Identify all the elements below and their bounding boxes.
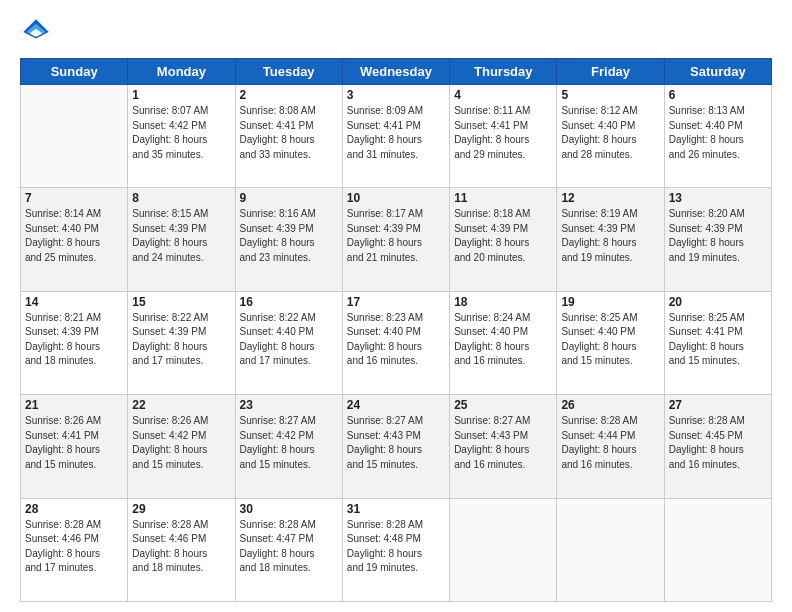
day-details: Sunrise: 8:14 AMSunset: 4:40 PMDaylight:… <box>25 207 123 265</box>
calendar-cell: 29Sunrise: 8:28 AMSunset: 4:46 PMDayligh… <box>128 498 235 601</box>
day-number: 10 <box>347 191 445 205</box>
day-details: Sunrise: 8:26 AMSunset: 4:41 PMDaylight:… <box>25 414 123 472</box>
calendar-cell: 25Sunrise: 8:27 AMSunset: 4:43 PMDayligh… <box>450 395 557 498</box>
day-details: Sunrise: 8:21 AMSunset: 4:39 PMDaylight:… <box>25 311 123 369</box>
column-header-monday: Monday <box>128 59 235 85</box>
day-details: Sunrise: 8:27 AMSunset: 4:43 PMDaylight:… <box>347 414 445 472</box>
calendar-cell: 8Sunrise: 8:15 AMSunset: 4:39 PMDaylight… <box>128 188 235 291</box>
day-details: Sunrise: 8:28 AMSunset: 4:47 PMDaylight:… <box>240 518 338 576</box>
column-header-saturday: Saturday <box>664 59 771 85</box>
calendar-cell: 19Sunrise: 8:25 AMSunset: 4:40 PMDayligh… <box>557 291 664 394</box>
column-header-thursday: Thursday <box>450 59 557 85</box>
calendar-table: SundayMondayTuesdayWednesdayThursdayFrid… <box>20 58 772 602</box>
day-number: 4 <box>454 88 552 102</box>
calendar-cell: 22Sunrise: 8:26 AMSunset: 4:42 PMDayligh… <box>128 395 235 498</box>
day-number: 8 <box>132 191 230 205</box>
day-number: 28 <box>25 502 123 516</box>
day-details: Sunrise: 8:23 AMSunset: 4:40 PMDaylight:… <box>347 311 445 369</box>
calendar-cell: 2Sunrise: 8:08 AMSunset: 4:41 PMDaylight… <box>235 85 342 188</box>
day-details: Sunrise: 8:17 AMSunset: 4:39 PMDaylight:… <box>347 207 445 265</box>
day-details: Sunrise: 8:27 AMSunset: 4:43 PMDaylight:… <box>454 414 552 472</box>
day-number: 13 <box>669 191 767 205</box>
calendar-cell: 14Sunrise: 8:21 AMSunset: 4:39 PMDayligh… <box>21 291 128 394</box>
day-number: 9 <box>240 191 338 205</box>
calendar-cell: 13Sunrise: 8:20 AMSunset: 4:39 PMDayligh… <box>664 188 771 291</box>
day-number: 26 <box>561 398 659 412</box>
calendar-cell: 18Sunrise: 8:24 AMSunset: 4:40 PMDayligh… <box>450 291 557 394</box>
day-details: Sunrise: 8:22 AMSunset: 4:39 PMDaylight:… <box>132 311 230 369</box>
calendar-cell: 15Sunrise: 8:22 AMSunset: 4:39 PMDayligh… <box>128 291 235 394</box>
calendar-cell: 24Sunrise: 8:27 AMSunset: 4:43 PMDayligh… <box>342 395 449 498</box>
day-number: 7 <box>25 191 123 205</box>
day-details: Sunrise: 8:27 AMSunset: 4:42 PMDaylight:… <box>240 414 338 472</box>
calendar-cell: 16Sunrise: 8:22 AMSunset: 4:40 PMDayligh… <box>235 291 342 394</box>
page: SundayMondayTuesdayWednesdayThursdayFrid… <box>0 0 792 612</box>
calendar-cell: 17Sunrise: 8:23 AMSunset: 4:40 PMDayligh… <box>342 291 449 394</box>
day-details: Sunrise: 8:28 AMSunset: 4:44 PMDaylight:… <box>561 414 659 472</box>
day-details: Sunrise: 8:16 AMSunset: 4:39 PMDaylight:… <box>240 207 338 265</box>
day-details: Sunrise: 8:15 AMSunset: 4:39 PMDaylight:… <box>132 207 230 265</box>
day-number: 15 <box>132 295 230 309</box>
day-number: 3 <box>347 88 445 102</box>
day-number: 16 <box>240 295 338 309</box>
calendar-week-row: 14Sunrise: 8:21 AMSunset: 4:39 PMDayligh… <box>21 291 772 394</box>
day-number: 25 <box>454 398 552 412</box>
day-details: Sunrise: 8:13 AMSunset: 4:40 PMDaylight:… <box>669 104 767 162</box>
calendar-cell: 4Sunrise: 8:11 AMSunset: 4:41 PMDaylight… <box>450 85 557 188</box>
calendar-cell: 1Sunrise: 8:07 AMSunset: 4:42 PMDaylight… <box>128 85 235 188</box>
calendar-cell: 20Sunrise: 8:25 AMSunset: 4:41 PMDayligh… <box>664 291 771 394</box>
calendar-week-row: 21Sunrise: 8:26 AMSunset: 4:41 PMDayligh… <box>21 395 772 498</box>
calendar-cell: 9Sunrise: 8:16 AMSunset: 4:39 PMDaylight… <box>235 188 342 291</box>
day-number: 21 <box>25 398 123 412</box>
day-details: Sunrise: 8:11 AMSunset: 4:41 PMDaylight:… <box>454 104 552 162</box>
day-number: 11 <box>454 191 552 205</box>
day-details: Sunrise: 8:28 AMSunset: 4:48 PMDaylight:… <box>347 518 445 576</box>
day-details: Sunrise: 8:28 AMSunset: 4:46 PMDaylight:… <box>132 518 230 576</box>
calendar-header-row: SundayMondayTuesdayWednesdayThursdayFrid… <box>21 59 772 85</box>
day-details: Sunrise: 8:08 AMSunset: 4:41 PMDaylight:… <box>240 104 338 162</box>
day-details: Sunrise: 8:12 AMSunset: 4:40 PMDaylight:… <box>561 104 659 162</box>
calendar-cell: 7Sunrise: 8:14 AMSunset: 4:40 PMDaylight… <box>21 188 128 291</box>
day-details: Sunrise: 8:22 AMSunset: 4:40 PMDaylight:… <box>240 311 338 369</box>
day-number: 2 <box>240 88 338 102</box>
day-number: 20 <box>669 295 767 309</box>
day-number: 12 <box>561 191 659 205</box>
day-details: Sunrise: 8:07 AMSunset: 4:42 PMDaylight:… <box>132 104 230 162</box>
day-number: 27 <box>669 398 767 412</box>
calendar-cell: 6Sunrise: 8:13 AMSunset: 4:40 PMDaylight… <box>664 85 771 188</box>
day-number: 5 <box>561 88 659 102</box>
calendar-cell: 27Sunrise: 8:28 AMSunset: 4:45 PMDayligh… <box>664 395 771 498</box>
calendar-cell: 31Sunrise: 8:28 AMSunset: 4:48 PMDayligh… <box>342 498 449 601</box>
calendar-week-row: 1Sunrise: 8:07 AMSunset: 4:42 PMDaylight… <box>21 85 772 188</box>
calendar-cell: 5Sunrise: 8:12 AMSunset: 4:40 PMDaylight… <box>557 85 664 188</box>
day-details: Sunrise: 8:28 AMSunset: 4:45 PMDaylight:… <box>669 414 767 472</box>
day-number: 18 <box>454 295 552 309</box>
day-details: Sunrise: 8:24 AMSunset: 4:40 PMDaylight:… <box>454 311 552 369</box>
day-number: 14 <box>25 295 123 309</box>
day-number: 6 <box>669 88 767 102</box>
column-header-tuesday: Tuesday <box>235 59 342 85</box>
day-details: Sunrise: 8:18 AMSunset: 4:39 PMDaylight:… <box>454 207 552 265</box>
calendar-cell: 21Sunrise: 8:26 AMSunset: 4:41 PMDayligh… <box>21 395 128 498</box>
header <box>20 16 772 48</box>
day-details: Sunrise: 8:19 AMSunset: 4:39 PMDaylight:… <box>561 207 659 265</box>
calendar-cell: 3Sunrise: 8:09 AMSunset: 4:41 PMDaylight… <box>342 85 449 188</box>
calendar-cell <box>21 85 128 188</box>
day-number: 31 <box>347 502 445 516</box>
column-header-sunday: Sunday <box>21 59 128 85</box>
column-header-wednesday: Wednesday <box>342 59 449 85</box>
day-number: 23 <box>240 398 338 412</box>
day-details: Sunrise: 8:26 AMSunset: 4:42 PMDaylight:… <box>132 414 230 472</box>
day-details: Sunrise: 8:28 AMSunset: 4:46 PMDaylight:… <box>25 518 123 576</box>
day-number: 1 <box>132 88 230 102</box>
day-number: 24 <box>347 398 445 412</box>
day-number: 22 <box>132 398 230 412</box>
calendar-cell: 23Sunrise: 8:27 AMSunset: 4:42 PMDayligh… <box>235 395 342 498</box>
calendar-cell: 11Sunrise: 8:18 AMSunset: 4:39 PMDayligh… <box>450 188 557 291</box>
day-details: Sunrise: 8:20 AMSunset: 4:39 PMDaylight:… <box>669 207 767 265</box>
day-details: Sunrise: 8:25 AMSunset: 4:40 PMDaylight:… <box>561 311 659 369</box>
logo-icon <box>20 16 52 48</box>
calendar-cell: 26Sunrise: 8:28 AMSunset: 4:44 PMDayligh… <box>557 395 664 498</box>
calendar-cell <box>664 498 771 601</box>
day-number: 30 <box>240 502 338 516</box>
